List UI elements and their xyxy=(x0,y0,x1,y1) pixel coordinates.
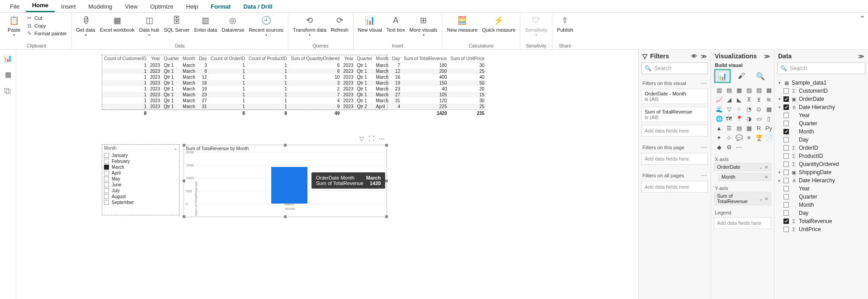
viz-key-influencers-icon[interactable]: ✦ xyxy=(715,133,723,142)
tree-shippingdate-year[interactable]: Year xyxy=(776,185,866,193)
chart-bar[interactable] xyxy=(271,167,307,204)
viz-line-icon[interactable]: 📈 xyxy=(715,95,723,104)
enter-data-button[interactable]: ▥Enter data xyxy=(193,14,219,43)
analytics-tab[interactable]: 🔍 xyxy=(753,70,768,82)
table-visual[interactable]: Count of CustomerID Year Quarter Month D… xyxy=(102,55,387,109)
viz-map-icon[interactable]: 🌐 xyxy=(715,114,723,123)
publish-button[interactable]: ⇧Publish xyxy=(555,14,575,43)
tree-orderdate-hierarchy[interactable]: ▾⋔Date Hierarchy xyxy=(776,103,866,111)
expand-filters-icon[interactable]: ≫ xyxy=(701,53,707,60)
viz-funnel-icon[interactable]: ▽ xyxy=(725,105,733,113)
filter-card-orderdate-month[interactable]: OrderDate - Month is (All) xyxy=(642,89,708,104)
viz-donut-icon[interactable]: ⊙ xyxy=(755,105,763,113)
tab-modeling[interactable]: Modeling xyxy=(82,0,119,12)
tab-help[interactable]: Help xyxy=(180,0,205,12)
remove-field-icon[interactable]: ✕ xyxy=(764,175,768,180)
table-row[interactable]: 12023Qtr 1March31162023Qtr 1March718030 xyxy=(102,62,486,69)
viz-area-icon[interactable]: ◢ xyxy=(725,95,733,104)
viz-power-apps-icon[interactable]: ◆ xyxy=(715,143,723,151)
tab-format[interactable]: Format xyxy=(204,0,237,12)
slicer-item[interactable]: March xyxy=(104,164,177,170)
viz-more-icon[interactable]: ⋯ xyxy=(735,143,743,151)
add-all-filter-drop[interactable]: Add data fields here xyxy=(642,181,708,193)
slicer-item[interactable]: January xyxy=(104,152,177,158)
data-search[interactable]: 🔍 Search xyxy=(777,62,865,74)
quick-measure-button[interactable]: ⚡Quick measure xyxy=(480,14,517,43)
viz-azure-map-icon[interactable]: 📍 xyxy=(735,114,743,123)
excel-workbook-button[interactable]: ▦Excel workbook xyxy=(98,14,137,43)
viz-scatter-icon[interactable]: ⁘ xyxy=(735,105,743,113)
filter-card-sum-totalrevenue[interactable]: Sum of TotalRevenue is (All) xyxy=(642,107,708,122)
viz-100-column-icon[interactable]: ▩ xyxy=(764,86,773,94)
build-visual-tab[interactable]: 📊 xyxy=(715,70,730,82)
viz-slicer-icon[interactable]: ☰ xyxy=(725,124,733,132)
expand-viz-icon[interactable]: ≫ xyxy=(764,53,770,60)
viz-multi-card-icon[interactable]: ▯ xyxy=(764,114,773,123)
tree-field-totalrevenue[interactable]: ΣTotalRevenue xyxy=(776,217,866,225)
table-row[interactable]: 12023Qtr 1March1211102023Qtr 1March16400… xyxy=(102,74,486,80)
more-icon[interactable]: ⋯ xyxy=(701,80,707,87)
focus-mode-icon[interactable]: ⛶ xyxy=(368,135,374,142)
data-hub-button[interactable]: ◫Data hub▾ xyxy=(137,14,161,43)
format-visual-tab[interactable]: 🖌 xyxy=(734,70,749,82)
viz-pie-icon[interactable]: ◔ xyxy=(745,105,753,113)
sql-server-button[interactable]: 🗄SQL Server xyxy=(162,14,191,43)
viz-100-bar-icon[interactable]: ▨ xyxy=(755,86,763,94)
ribbon-collapse-icon[interactable]: ⌃ xyxy=(859,14,865,23)
table-view-button[interactable]: ▦ xyxy=(3,70,13,80)
transform-data-button[interactable]: ⟲Transform data▾ xyxy=(291,14,328,43)
viz-ribbon-icon[interactable]: ≋ xyxy=(764,95,773,104)
slicer-chevron-down-icon[interactable]: ⌄ xyxy=(174,146,177,151)
viz-filled-map-icon[interactable]: 🗺 xyxy=(725,114,733,123)
viz-paginated-icon[interactable]: 📄 xyxy=(764,133,773,142)
remove-field-icon[interactable]: ✕ xyxy=(764,165,768,170)
get-data-button[interactable]: 🛢Get data▾ xyxy=(75,14,97,43)
more-icon[interactable]: ⋯ xyxy=(701,144,707,151)
legend-drop[interactable]: Add data fields here xyxy=(714,217,771,229)
slicer-item[interactable]: August xyxy=(104,194,177,199)
tree-field-orderdate[interactable]: ▾▣OrderDate xyxy=(776,95,866,103)
cut-button[interactable]: ✂Cut xyxy=(25,14,68,22)
chevron-down-icon[interactable]: ⌄ xyxy=(759,165,763,170)
viz-r-icon[interactable]: R xyxy=(755,124,763,132)
viz-qna-icon[interactable]: 💬 xyxy=(735,133,743,142)
tab-view[interactable]: View xyxy=(118,0,144,12)
viz-table-icon[interactable]: ▤ xyxy=(735,124,743,132)
viz-waterfall-icon[interactable]: 🌊 xyxy=(715,105,723,113)
tree-field-shippingdate[interactable]: ▾▣ShippingDate xyxy=(776,168,866,176)
report-view-button[interactable]: 📊 xyxy=(3,53,13,63)
viz-matrix-icon[interactable]: ▦ xyxy=(745,124,753,132)
tree-shippingdate-quarter[interactable]: Quarter xyxy=(776,193,866,201)
viz-kpi-icon[interactable]: ▲ xyxy=(715,124,723,132)
tree-orderdate-month[interactable]: Month xyxy=(776,128,866,136)
viz-stacked-area-icon[interactable]: ◣ xyxy=(735,95,743,104)
refresh-button[interactable]: ⟳Refresh xyxy=(329,14,350,43)
recent-sources-button[interactable]: 🕘Recent sources▾ xyxy=(247,14,285,43)
viz-power-automate-icon[interactable]: ⚙ xyxy=(725,143,733,151)
viz-decomposition-icon[interactable]: ⊹ xyxy=(725,133,733,142)
dataverse-button[interactable]: ◎Dataverse xyxy=(220,14,246,43)
slicer-item[interactable]: July xyxy=(104,188,177,194)
table-row[interactable]: 12023Qtr 1March271142023Qtr 1March311203… xyxy=(102,98,486,104)
text-box-button[interactable]: AText box xyxy=(385,14,407,43)
viz-goals-icon[interactable]: 🏆 xyxy=(755,133,763,142)
slicer-item[interactable]: April xyxy=(104,170,177,176)
table-row[interactable]: 12023Qtr 1March231172023Qtr 1March271051… xyxy=(102,92,486,98)
new-measure-button[interactable]: 🧮New measure xyxy=(445,14,479,43)
tree-shippingdate-day[interactable]: Day xyxy=(776,209,866,217)
copy-button[interactable]: ⧉Copy xyxy=(25,22,68,29)
yaxis-field-sum-totalrevenue[interactable]: Sum of TotalRevenue ⌄✕ xyxy=(714,192,771,205)
tree-field-quantityordered[interactable]: ΣQuantityOrdered xyxy=(776,160,866,168)
xaxis-field-orderdate[interactable]: OrderDate ⌄✕ xyxy=(714,163,771,171)
tree-shippingdate-hierarchy[interactable]: ▸⋔Date Hierarchy xyxy=(776,176,866,185)
chevron-down-icon[interactable]: ⌄ xyxy=(759,196,763,201)
tree-table-sample-data1[interactable]: ▾▦Sample_data1 xyxy=(776,79,866,87)
tree-field-customerid[interactable]: ΣCustomerID xyxy=(776,87,866,95)
tab-insert[interactable]: Insert xyxy=(55,0,82,12)
add-visual-filter-drop[interactable]: Add data fields here xyxy=(642,125,708,137)
table-row[interactable]: 12023Qtr 1March81182023Qtr 1March1220025 xyxy=(102,68,486,74)
tab-home[interactable]: Home xyxy=(26,0,55,12)
viz-clustered-bar-icon[interactable]: ▦ xyxy=(735,86,743,94)
show-filters-icon[interactable]: 👁 xyxy=(691,53,697,60)
table-row[interactable]: 12023Qtr 1March311192023Qtr 2April422525 xyxy=(102,104,486,110)
